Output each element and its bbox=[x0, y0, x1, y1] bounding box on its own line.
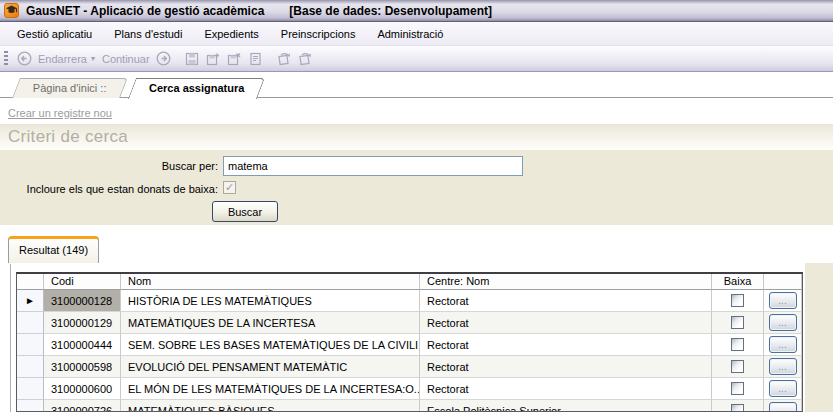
cell-actions: ... bbox=[764, 334, 802, 356]
cell-baixa bbox=[712, 356, 764, 378]
cell-codi[interactable]: 3100000128 bbox=[44, 290, 121, 312]
cell-actions: ... bbox=[764, 312, 802, 334]
header-actions bbox=[764, 274, 802, 290]
tab-cerca-assignatura[interactable]: Cerca assignatura bbox=[128, 78, 265, 99]
panel-left-border bbox=[10, 264, 11, 412]
graduation-cap-icon bbox=[4, 3, 19, 18]
window-title: GausNET - Aplicació de gestió acadèmica bbox=[26, 4, 264, 18]
row-detail-button[interactable]: ... bbox=[769, 402, 797, 412]
cell-codi[interactable]: 3100000129 bbox=[44, 312, 121, 334]
baixa-checkbox[interactable] bbox=[731, 294, 744, 307]
report-icon[interactable] bbox=[247, 50, 264, 67]
cell-nom[interactable]: EVOLUCIÓ DEL PENSAMENT MATEMÀTIC bbox=[121, 356, 420, 378]
search-criteria-panel: Buscar per: Incloure els que estan donat… bbox=[0, 150, 833, 225]
save-remove-icon[interactable] bbox=[226, 50, 243, 67]
cell-baixa bbox=[712, 378, 764, 400]
panel-right-margin bbox=[805, 263, 833, 412]
cell-actions: ... bbox=[764, 400, 802, 412]
create-new-record-link[interactable]: Crear un registre nou bbox=[8, 107, 112, 119]
results-grid: Codi Nom Centre: Nom Baixa ► 3100000128 … bbox=[16, 272, 803, 412]
cell-actions: ... bbox=[764, 290, 802, 312]
forward-button-label[interactable]: Continuar bbox=[102, 53, 150, 65]
table-row[interactable]: ► 3100000128 HISTÒRIA DE LES MATEMÀTIQUE… bbox=[17, 290, 802, 312]
row-selector-cell[interactable] bbox=[17, 378, 44, 400]
header-centre[interactable]: Centre: Nom bbox=[420, 274, 712, 290]
grid-body: ► 3100000128 HISTÒRIA DE LES MATEMÀTIQUE… bbox=[17, 290, 802, 412]
header-baixa[interactable]: Baixa bbox=[712, 274, 764, 290]
cell-nom[interactable]: MATEMÀTIQUES DE LA INCERTESA bbox=[121, 312, 420, 334]
save-icon[interactable] bbox=[184, 50, 201, 67]
result-tab[interactable]: Resultat (149) bbox=[8, 236, 99, 263]
menu-administracio[interactable]: Administració bbox=[366, 24, 454, 44]
baixa-checkbox[interactable] bbox=[731, 404, 744, 412]
toolbar-grip[interactable] bbox=[4, 51, 8, 67]
cell-codi[interactable]: 3100000726 bbox=[44, 400, 121, 412]
row-detail-button[interactable]: ... bbox=[769, 358, 797, 375]
cell-centre[interactable]: Rectorat bbox=[420, 312, 712, 334]
header-selector bbox=[17, 274, 44, 290]
table-row[interactable]: 3100000444 SEM. SOBRE LES BASES MATEMÀTI… bbox=[17, 334, 802, 356]
cell-codi[interactable]: 3100000444 bbox=[44, 334, 121, 356]
row-selector-cell[interactable] bbox=[17, 334, 44, 356]
cell-nom[interactable]: MATEMÀTIQUES BÀSIQUES bbox=[121, 400, 420, 412]
forward-circle-arrow-icon[interactable] bbox=[155, 50, 172, 67]
baixa-checkbox[interactable] bbox=[731, 338, 744, 351]
search-section-header: Criteri de cerca bbox=[0, 124, 833, 150]
search-input[interactable] bbox=[223, 156, 523, 176]
selected-row-arrow-icon: ► bbox=[25, 296, 35, 306]
dropdown-caret-icon[interactable]: ▾ bbox=[91, 54, 95, 63]
menu-gestio-aplicatiu[interactable]: Gestió aplicatiu bbox=[6, 24, 103, 44]
back-button-label[interactable]: Endarrera bbox=[38, 53, 87, 65]
save-add-icon[interactable] bbox=[205, 50, 222, 67]
header-nom[interactable]: Nom bbox=[121, 274, 420, 290]
cell-baixa bbox=[712, 400, 764, 412]
menu-preinscripcions[interactable]: Preinscripcions bbox=[270, 24, 367, 44]
menu-plans-destudi[interactable]: Plans d'estudi bbox=[103, 24, 193, 44]
row-selector-cell[interactable]: ► bbox=[17, 290, 44, 312]
baixa-checkbox[interactable] bbox=[731, 360, 744, 373]
table-row[interactable]: 3100000600 EL MÓN DE LES MATEMÀTIQUES DE… bbox=[17, 378, 802, 400]
table-row[interactable]: 3100000598 EVOLUCIÓ DEL PENSAMENT MATEMÀ… bbox=[17, 356, 802, 378]
include-inactive-checkbox[interactable]: ✓ bbox=[223, 181, 236, 194]
baixa-checkbox[interactable] bbox=[731, 316, 744, 329]
cell-actions: ... bbox=[764, 356, 802, 378]
row-detail-button[interactable]: ... bbox=[769, 380, 797, 397]
refresh-icon-2[interactable] bbox=[297, 50, 314, 67]
baixa-checkbox[interactable] bbox=[731, 382, 744, 395]
row-detail-button[interactable]: ... bbox=[769, 314, 797, 331]
table-row[interactable]: 3100000129 MATEMÀTIQUES DE LA INCERTESA … bbox=[17, 312, 802, 334]
back-circle-arrow-icon[interactable] bbox=[16, 50, 33, 67]
document-tab-strip: Pàgina d'inici :: Cerca assignatura bbox=[0, 72, 833, 98]
row-detail-button[interactable]: ... bbox=[769, 336, 797, 353]
cell-centre[interactable]: Rectorat bbox=[420, 356, 712, 378]
cell-centre[interactable]: Rectorat bbox=[420, 334, 712, 356]
window-title-database: [Base de dades: Desenvolupament] bbox=[289, 4, 492, 18]
row-detail-button[interactable]: ... bbox=[769, 292, 797, 309]
cell-nom[interactable]: SEM. SOBRE LES BASES MATEMÀTIQUES DE LA … bbox=[121, 334, 420, 356]
menu-expedients[interactable]: Expedients bbox=[193, 24, 269, 44]
cell-actions: ... bbox=[764, 378, 802, 400]
cell-baixa bbox=[712, 334, 764, 356]
cell-centre[interactable]: Escola Politècnica Superior bbox=[420, 400, 712, 412]
tab-pagina-inici[interactable]: Pàgina d'inici :: bbox=[12, 78, 127, 98]
cell-baixa bbox=[712, 290, 764, 312]
link-row: Crear un registre nou bbox=[0, 98, 833, 124]
row-selector-cell[interactable] bbox=[17, 400, 44, 412]
cell-nom[interactable]: HISTÒRIA DE LES MATEMÀTIQUES bbox=[121, 290, 420, 312]
search-by-label: Buscar per: bbox=[0, 160, 218, 172]
cell-centre[interactable]: Rectorat bbox=[420, 378, 712, 400]
cell-nom[interactable]: EL MÓN DE LES MATEMÀTIQUES DE LA INCERTE… bbox=[121, 378, 420, 400]
include-inactive-label: Incloure els que estan donats de baixa: bbox=[0, 183, 218, 195]
menu-bar: Gestió aplicatiu Plans d'estudi Expedien… bbox=[0, 22, 833, 46]
row-selector-cell[interactable] bbox=[17, 312, 44, 334]
cell-codi[interactable]: 3100000600 bbox=[44, 378, 121, 400]
refresh-icon[interactable] bbox=[276, 50, 293, 67]
cell-centre[interactable]: Rectorat bbox=[420, 290, 712, 312]
cell-codi[interactable]: 3100000598 bbox=[44, 356, 121, 378]
table-row[interactable]: 3100000726 MATEMÀTIQUES BÀSIQUES Escola … bbox=[17, 400, 802, 412]
header-codi[interactable]: Codi bbox=[44, 274, 121, 290]
cell-baixa bbox=[712, 312, 764, 334]
row-selector-cell[interactable] bbox=[17, 356, 44, 378]
search-button[interactable]: Buscar bbox=[212, 201, 278, 222]
toolbar: Endarrera ▾ Continuar bbox=[0, 46, 833, 72]
